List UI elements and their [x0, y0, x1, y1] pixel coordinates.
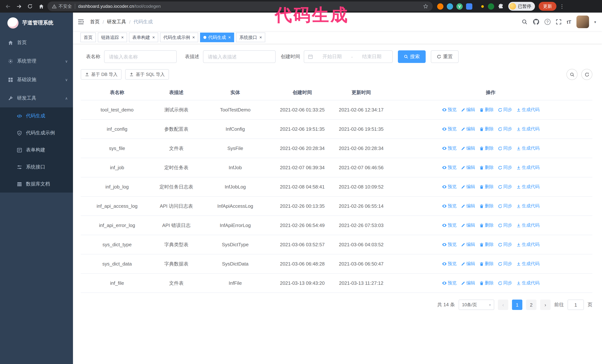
- sidebar-item-2[interactable]: 基础设施∨: [0, 70, 73, 89]
- user-avatar[interactable]: [576, 16, 589, 28]
- submenu-item-2[interactable]: 表单构建: [0, 141, 73, 158]
- tab-4[interactable]: 代码生成×: [200, 32, 234, 42]
- tab-3[interactable]: 代码生成示例×: [160, 32, 198, 42]
- close-icon[interactable]: ×: [152, 35, 155, 40]
- sync-link[interactable]: 同步: [498, 164, 512, 171]
- puzzle-icon[interactable]: [497, 3, 504, 10]
- edit-link[interactable]: 编辑: [461, 261, 475, 267]
- extension-icon[interactable]: [466, 3, 472, 10]
- delete-link[interactable]: 删除: [479, 184, 494, 190]
- sync-link[interactable]: 同步: [498, 184, 512, 190]
- delete-link[interactable]: 删除: [479, 107, 494, 113]
- sync-link[interactable]: 同步: [498, 222, 512, 229]
- preview-link[interactable]: 预览: [442, 107, 457, 113]
- submenu-item-3[interactable]: 系统接口: [0, 158, 73, 176]
- sidebar-item-3[interactable]: 研发工具∧: [0, 89, 73, 107]
- extension-icon[interactable]: V: [456, 3, 463, 10]
- preview-link[interactable]: 预览: [442, 164, 457, 171]
- profile-paused-badge[interactable]: 已暂停: [508, 2, 535, 11]
- page-button-2[interactable]: 2: [526, 300, 537, 310]
- tab-0[interactable]: 首页: [80, 32, 96, 42]
- page-size-select[interactable]: 10条/页 ▾: [459, 300, 494, 310]
- edit-link[interactable]: 编辑: [461, 164, 475, 171]
- generate-code-link[interactable]: 生成代码: [516, 145, 540, 151]
- search-icon[interactable]: [521, 19, 527, 25]
- table-desc-input[interactable]: [203, 50, 276, 63]
- edit-link[interactable]: 编辑: [461, 222, 475, 229]
- home-icon[interactable]: [36, 1, 46, 11]
- close-icon[interactable]: ×: [259, 35, 262, 40]
- generate-code-link[interactable]: 生成代码: [516, 241, 540, 248]
- preview-link[interactable]: 预览: [442, 145, 457, 151]
- bookmark-star-icon[interactable]: [423, 4, 428, 9]
- prev-page-button[interactable]: ‹: [498, 300, 508, 310]
- preview-link[interactable]: 预览: [442, 241, 457, 248]
- tab-1[interactable]: 链路追踪×: [98, 32, 127, 42]
- breadcrumb-home[interactable]: 首页: [90, 19, 100, 25]
- date-range-picker[interactable]: 开始日期 - 结束日期: [304, 50, 393, 63]
- sync-link[interactable]: 同步: [498, 261, 512, 267]
- extension-icon[interactable]: [488, 3, 494, 10]
- help-icon[interactable]: ?: [544, 19, 550, 25]
- goto-page-input[interactable]: [568, 300, 584, 310]
- sync-link[interactable]: 同步: [498, 241, 512, 248]
- url-text[interactable]: dashboard.yudao.iocoder.cn/tool/codegen: [78, 4, 420, 9]
- fullscreen-icon[interactable]: [556, 19, 561, 25]
- extension-icon[interactable]: [447, 3, 453, 10]
- import-db-button[interactable]: 基于 DB 导入: [81, 69, 122, 80]
- table-name-input[interactable]: [104, 50, 177, 63]
- delete-link[interactable]: 删除: [479, 280, 494, 286]
- extension-icon[interactable]: [476, 3, 484, 10]
- edit-link[interactable]: 编辑: [461, 126, 475, 132]
- breadcrumb-devtools[interactable]: 研发工具: [107, 19, 126, 25]
- github-icon[interactable]: [533, 19, 539, 25]
- submenu-item-4[interactable]: 数据库文档: [0, 176, 73, 193]
- browser-menu-icon[interactable]: ⋮: [558, 3, 566, 9]
- extension-icon[interactable]: [437, 3, 443, 10]
- sync-link[interactable]: 同步: [498, 126, 512, 132]
- preview-link[interactable]: 预览: [442, 203, 457, 209]
- preview-link[interactable]: 预览: [442, 280, 457, 286]
- tab-2[interactable]: 表单构建×: [129, 32, 158, 42]
- generate-code-link[interactable]: 生成代码: [516, 184, 540, 190]
- import-sql-button[interactable]: 基于 SQL 导入: [125, 69, 169, 80]
- generate-code-link[interactable]: 生成代码: [516, 164, 540, 171]
- address-bar[interactable]: 不安全 dashboard.yudao.iocoder.cn/tool/code…: [47, 1, 433, 11]
- delete-link[interactable]: 删除: [479, 145, 494, 151]
- reload-icon[interactable]: [25, 1, 35, 11]
- update-button[interactable]: 更新: [539, 2, 556, 11]
- reset-button[interactable]: 重置: [431, 50, 459, 63]
- back-icon[interactable]: [3, 1, 13, 11]
- next-page-button[interactable]: ›: [540, 300, 550, 310]
- sync-link[interactable]: 同步: [498, 280, 512, 286]
- preview-link[interactable]: 预览: [442, 222, 457, 229]
- hamburger-icon[interactable]: [73, 19, 90, 25]
- delete-link[interactable]: 删除: [479, 126, 494, 132]
- generate-code-link[interactable]: 生成代码: [516, 126, 540, 132]
- sidebar-item-1[interactable]: 系统管理∨: [0, 52, 73, 70]
- page-button-1[interactable]: 1: [512, 300, 522, 310]
- edit-link[interactable]: 编辑: [461, 145, 475, 151]
- tab-5[interactable]: 系统接口×: [236, 32, 265, 42]
- generate-code-link[interactable]: 生成代码: [516, 280, 540, 286]
- preview-link[interactable]: 预览: [442, 184, 457, 190]
- delete-link[interactable]: 删除: [479, 203, 494, 209]
- font-size-icon[interactable]: tT: [567, 19, 571, 25]
- chevron-down-icon[interactable]: ▾: [594, 20, 596, 24]
- sync-link[interactable]: 同步: [498, 203, 512, 209]
- preview-link[interactable]: 预览: [442, 126, 457, 132]
- toggle-search-button[interactable]: [566, 69, 578, 80]
- edit-link[interactable]: 编辑: [461, 280, 475, 286]
- delete-link[interactable]: 删除: [479, 241, 494, 248]
- close-icon[interactable]: ×: [228, 35, 231, 40]
- sync-link[interactable]: 同步: [498, 107, 512, 113]
- security-label[interactable]: 不安全: [59, 3, 72, 10]
- edit-link[interactable]: 编辑: [461, 203, 475, 209]
- forward-icon[interactable]: [14, 1, 24, 11]
- edit-link[interactable]: 编辑: [461, 184, 475, 190]
- submenu-item-1[interactable]: 代码生成示例: [0, 125, 73, 141]
- edit-link[interactable]: 编辑: [461, 241, 475, 248]
- search-button[interactable]: 搜索: [398, 50, 426, 63]
- generate-code-link[interactable]: 生成代码: [516, 222, 540, 229]
- preview-link[interactable]: 预览: [442, 261, 457, 267]
